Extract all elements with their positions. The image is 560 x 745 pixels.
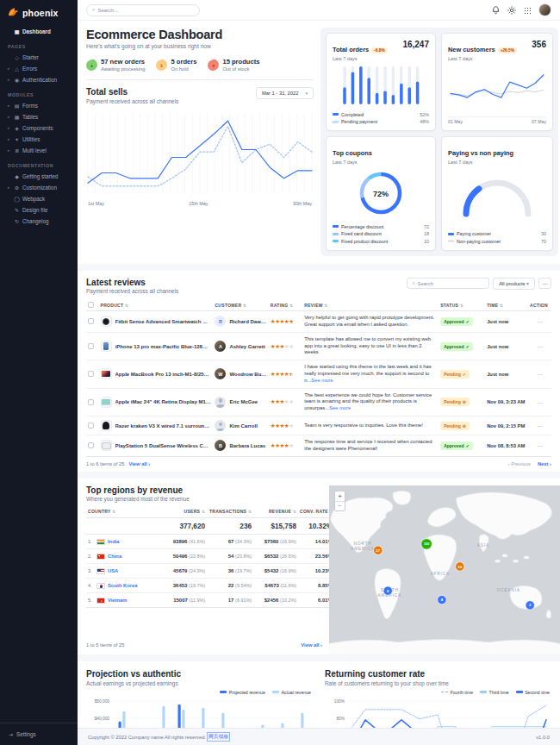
product-link[interactable]: iPhone 13 pro max-Pacific Blue-128GB sto… [115, 344, 212, 349]
user-avatar[interactable] [538, 3, 551, 16]
row-actions-button[interactable]: ⋯ [528, 435, 551, 457]
select-all-checkbox[interactable] [88, 302, 94, 308]
sidebar-item-design-file[interactable]: ✎Design file [8, 204, 70, 216]
row-checkbox[interactable] [88, 371, 94, 377]
column-header-status[interactable]: STATUS ⇅ [439, 299, 485, 311]
map-marker[interactable]: 2 [526, 600, 534, 609]
sidebar-item-customization[interactable]: ▸⚙Customization [8, 182, 70, 193]
column-header-product[interactable]: PRODUCT ⇅ [99, 299, 214, 311]
row-checkbox[interactable] [88, 343, 94, 349]
reviews-search-input[interactable] [418, 281, 485, 286]
legend-value: 18 [424, 231, 429, 236]
users-cell: 93896 (41.6%) [153, 535, 207, 549]
total-orders-value: 16,247 [402, 40, 429, 49]
sidebar-item-components[interactable]: ▸◈Components [8, 122, 70, 134]
zoom-out-button[interactable]: − [335, 501, 345, 510]
next-page-link[interactable]: Next › [538, 461, 551, 466]
column-header-rating[interactable]: RATING ⇅ [269, 299, 302, 311]
stats-row: ●57 new ordersAwaiting processing‖5 orde… [86, 58, 314, 80]
map-marker[interactable]: 6 [383, 586, 392, 595]
country-link[interactable]: China [108, 554, 121, 559]
map-marker[interactable]: 27 [374, 546, 383, 554]
bell-icon[interactable] [492, 6, 500, 15]
theme-gear-icon[interactable] [507, 6, 516, 15]
sidebar-item-utilities[interactable]: ▸✦Utilities [8, 134, 70, 145]
map-marker[interactable]: 8 [438, 595, 446, 604]
sidebar-item-changelog[interactable]: ↻Changelog [8, 216, 70, 227]
column-header-country[interactable]: COUNTRY ⇅ [86, 505, 153, 518]
reviews-search[interactable]: ⌕ [407, 278, 489, 289]
row-checkbox[interactable] [88, 318, 94, 324]
row-checkbox[interactable] [88, 399, 94, 405]
column-header-time[interactable]: TIME ⇅ [485, 299, 528, 311]
footer-link[interactable]: 网页模板 [207, 732, 230, 742]
apps-grid-icon[interactable] [524, 7, 531, 14]
column-header-action[interactable]: ACTION [528, 299, 551, 311]
row-checkbox[interactable] [88, 423, 94, 429]
see-more-link[interactable]: See more [311, 378, 333, 383]
column-header-revenue[interactable]: REVENUE ⇅ [253, 505, 298, 518]
sidebar-item-forms[interactable]: ▸▤Forms [8, 100, 70, 111]
zoom-in-button[interactable]: + [335, 491, 345, 501]
sidebar-item-getting-started[interactable]: ◆Getting started [8, 171, 70, 182]
settings-icon: ⇥ [8, 731, 14, 737]
circle-icon: ◯ [14, 196, 20, 202]
sidebar-item-authentication[interactable]: ▸◉Authentication [8, 74, 70, 85]
product-link[interactable]: Apple iMac 24" 4K Retina Display M1 8 Co… [115, 399, 212, 404]
sidebar-item-settings[interactable]: ⇥ Settings [8, 729, 70, 740]
column-header-review[interactable]: REVIEW ⇅ [302, 299, 439, 311]
search-input[interactable] [97, 8, 194, 13]
users-cell: 15007 (11.9%) [153, 593, 207, 608]
country-link[interactable]: India [108, 539, 120, 544]
sidebar-item-errors[interactable]: ▸△Errors [8, 63, 70, 74]
country-link[interactable]: USA [108, 568, 118, 573]
map-marker[interactable]: 10 [456, 561, 464, 570]
regions-table: COUNTRY ⇅USERS ⇅TRANSACTIONS ⇅REVENUE ⇅C… [86, 505, 334, 608]
svg-text:AFRICA: AFRICA [430, 572, 450, 576]
world-map[interactable]: + − NORTHAMERICAASIAAFRICASOUTHAMERICAOC… [329, 485, 560, 654]
row-actions-button[interactable]: ⋯ [528, 416, 551, 435]
sidebar-item-webpack[interactable]: ◯Webpack [8, 193, 70, 204]
map-marker[interactable]: 100 [421, 538, 432, 549]
legend-value: 72 [424, 224, 429, 229]
regions-view-all-link[interactable]: View all › [301, 642, 322, 648]
review-time: Nov 08, 8:53 AM [485, 435, 528, 457]
country-link[interactable]: Vietnam [108, 598, 127, 603]
customer-name: Kim Carroll [229, 423, 257, 429]
see-more-link[interactable]: See more [329, 405, 351, 410]
global-search[interactable]: ⌕ [86, 4, 200, 16]
legend-swatch [448, 233, 454, 235]
country-link[interactable]: South Korea [108, 583, 137, 588]
product-filter-dropdown[interactable]: All products ▾ [493, 278, 535, 290]
date-range-select[interactable]: Mar 1 - 31, 2022 ▾ [256, 87, 314, 99]
column-header-customer[interactable]: CUSTOMER ⇅ [213, 299, 268, 311]
column-header-users[interactable]: USERS ⇅ [153, 505, 207, 518]
legend-label: Fixed product discount [341, 239, 388, 244]
row-actions-button[interactable]: ⋯ [528, 332, 551, 360]
svg-text:27: 27 [376, 548, 380, 552]
row-actions-button[interactable]: ⋯ [528, 360, 551, 388]
row-actions-button[interactable]: ⋯ [528, 311, 551, 333]
previous-page-link[interactable]: ‹ Previous [508, 461, 531, 466]
reviews-view-all-link[interactable]: View all › [128, 461, 150, 466]
sidebar-item-dashboard[interactable]: ▦ Dashboard [8, 26, 70, 37]
product-link[interactable]: Apple MacBook Pro 13 inch-M1-8/256GB-spa… [115, 372, 212, 377]
avatar: R [215, 316, 226, 327]
more-options-button[interactable]: ⋯ [538, 278, 551, 289]
column-header-transactions[interactable]: TRANSACTIONS ⇅ [207, 505, 253, 518]
legend-label: Fourth time [451, 690, 473, 695]
card-new-customers: New customers+26.5% Last 7 days 356 01 M… [441, 33, 553, 131]
row-checkbox[interactable] [88, 442, 94, 448]
south-korea-flag-icon [96, 583, 105, 589]
sort-icon: ⇅ [112, 510, 115, 514]
sidebar-item-starter[interactable]: ◇Starter [8, 52, 70, 63]
legend-label: Paying customer [457, 231, 491, 236]
brand-logo[interactable]: phoenix [0, 0, 78, 26]
product-thumbnail [101, 368, 112, 379]
sidebar-item-multi-level[interactable]: ▸≣Multi level [8, 145, 70, 156]
product-link[interactable]: PlayStation 5 DualSense Wireless Control… [115, 443, 212, 448]
product-link[interactable]: Razer kraken V3 X wired 7.1 surround sou… [115, 423, 212, 429]
product-link[interactable]: Fitbit Sense Advanced Smartwatch with To… [115, 319, 212, 324]
row-actions-button[interactable]: ⋯ [528, 388, 551, 416]
sidebar-item-tables[interactable]: ▸▦Tables [8, 111, 70, 122]
